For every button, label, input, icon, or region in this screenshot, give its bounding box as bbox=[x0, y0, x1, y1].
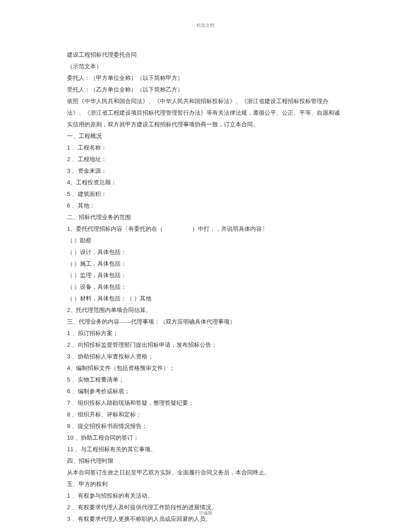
section2-option: （ ）设备，具体包括： bbox=[67, 281, 344, 293]
section3-item: 5 、实物工程量清单； bbox=[67, 374, 344, 386]
section3-item: 2 、向招投标监督管理部门提出招标申请，发布招标公告； bbox=[67, 339, 344, 351]
document-content: 建设工程招标代理委托合同 （示范文本） 委托人：（甲方单位全称）（以下简称甲方）… bbox=[67, 49, 344, 525]
section3-item: 9 、提交招投标书面情况报告； bbox=[67, 420, 344, 432]
section4-heading: 四、招标代理时限 bbox=[67, 455, 344, 467]
section1-item: 2 、工程地址： bbox=[67, 154, 344, 165]
section5-item: 1 、有权参与招投标的有关活动。 bbox=[67, 490, 344, 502]
section3-item: 4、编制招标文件（包括资格预审文件）； bbox=[67, 362, 344, 374]
section1-item: 4、工程投资总额： bbox=[67, 177, 344, 188]
section2-item2: 2、托代理范围内单项合同估算。 bbox=[67, 304, 344, 316]
section3-item: 10 、协助工程合同的签订； bbox=[67, 432, 344, 444]
section3-item: 8 、组织开标、评标和定标； bbox=[67, 409, 344, 420]
section3-item: 7 、组织投标人踏勘现场和答疑，整理答疑纪要； bbox=[67, 397, 344, 409]
section4-text: 从本合同签订生效之日起至甲乙双方实际、全面履行合同义务后，本合同终止。 bbox=[67, 467, 344, 478]
section3-item: 3 、协助招标人审查投标人资格； bbox=[67, 351, 344, 362]
party-trustee: 受托人：（乙方单位全称）（以下简称乙方） bbox=[67, 84, 344, 96]
document-title: 建设工程招标代理委托合同 bbox=[67, 49, 344, 61]
section3-item: 11 、与工程招标有关的其它事项。 bbox=[67, 444, 344, 455]
preamble-text: 依照《中华人民共和国合同法》、《中华人民共和国招标投标法》、《浙江省建设工程招标… bbox=[67, 96, 344, 130]
section2-option: （ ）施工，具体包括： bbox=[67, 258, 344, 270]
section3-item: 6 、编制参考价或标底； bbox=[67, 386, 344, 397]
section1-item: 1 、工程名称： bbox=[67, 142, 344, 154]
section2-item1: 1、委托代理招标内容〔有委托的在（ ）中打，，并说明具体内容〕 bbox=[67, 223, 344, 235]
header-label: 精选文档 bbox=[197, 22, 214, 29]
section3-heading: 三、代理业务的内容——代理事项：（双方应明确具体代理事项） bbox=[67, 316, 344, 328]
section1-heading: 一、工程概况 bbox=[67, 130, 344, 142]
section1-item: 6 、其他： bbox=[67, 200, 344, 212]
section1-item: 5 、建筑面积： bbox=[67, 188, 344, 200]
party-client: 委托人：（甲方单位全称）（以下简称甲方） bbox=[67, 72, 344, 84]
section2-option: （ ）勘察 bbox=[67, 235, 344, 246]
footer-label: 可编辑 bbox=[199, 510, 212, 516]
document-subtitle: （示范文本） bbox=[67, 61, 344, 72]
section2-heading: 二、招标代理业务的范围 bbox=[67, 212, 344, 223]
section2-option: （ ）材料，具体包括：（ ）其他 bbox=[67, 293, 344, 304]
section1-item: 3 、资金来源： bbox=[67, 165, 344, 177]
section2-option: （ ）设计，具体包括： bbox=[67, 246, 344, 258]
section2-option: （ ）监理，具体包括： bbox=[67, 270, 344, 281]
section5-heading: 五、甲方的权利 bbox=[67, 478, 344, 490]
section3-item: 1 、拟订招标方案； bbox=[67, 328, 344, 339]
